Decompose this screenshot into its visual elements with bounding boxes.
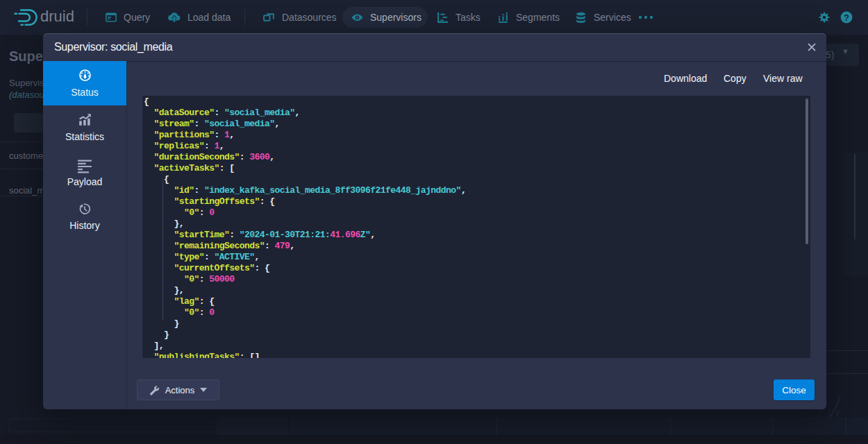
svg-text:druid: druid xyxy=(40,8,74,25)
svg-text:?: ? xyxy=(844,13,849,23)
